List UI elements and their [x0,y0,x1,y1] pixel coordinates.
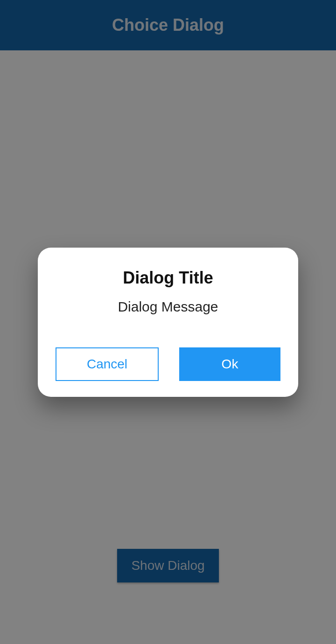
app-screen: Choice Dialog Show Dialog Dialog Title D… [0,0,336,644]
choice-dialog: Dialog Title Dialog Message Cancel Ok [38,248,298,397]
dialog-title: Dialog Title [123,268,213,288]
cancel-button[interactable]: Cancel [56,347,159,381]
dialog-actions: Cancel Ok [56,347,280,381]
modal-scrim[interactable]: Dialog Title Dialog Message Cancel Ok [0,0,336,644]
dialog-message: Dialog Message [118,299,218,315]
ok-button[interactable]: Ok [179,347,280,381]
